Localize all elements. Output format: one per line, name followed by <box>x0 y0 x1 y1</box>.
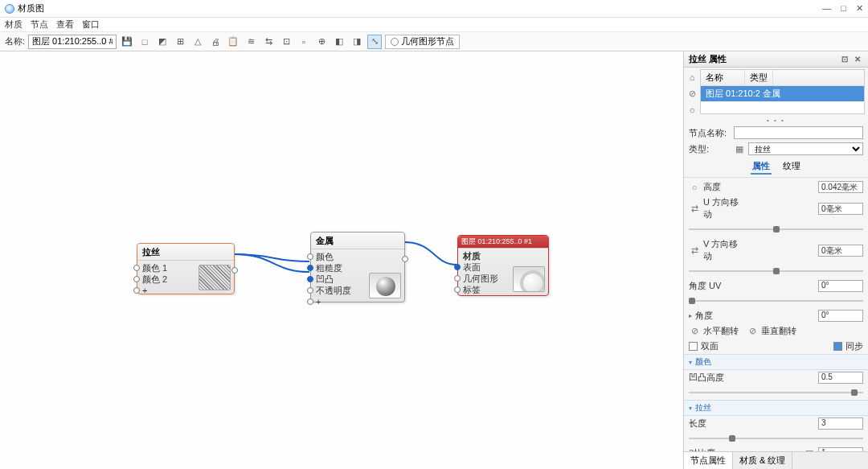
port-in[interactable] <box>307 298 313 305</box>
dface-checkbox[interactable] <box>689 342 698 351</box>
section-lasi[interactable]: 拉丝 <box>684 400 868 416</box>
port-label: 凹凸 <box>316 274 334 286</box>
tab-node-props[interactable]: 节点属性 <box>684 452 733 469</box>
port-in[interactable] <box>307 276 313 282</box>
menu-node[interactable]: 节点 <box>31 19 48 31</box>
minimize-button[interactable]: — <box>822 3 831 14</box>
node-canvas[interactable]: 拉丝 颜色 1 颜色 2 + 金属 颜色 粗糙度 凹凸 不透明度 + <box>0 51 683 469</box>
port-out[interactable] <box>231 267 238 274</box>
port-in[interactable] <box>454 286 461 293</box>
flip-icon[interactable]: ⊘ <box>747 326 758 337</box>
menu-window[interactable]: 窗口 <box>82 19 100 31</box>
tool-btn-5[interactable]: △ <box>190 35 205 49</box>
close-button[interactable]: ✕ <box>856 3 863 14</box>
vmove-value[interactable]: 0毫米 <box>818 245 863 257</box>
lock-icon[interactable]: ○ <box>689 182 700 193</box>
port-label: 标签 <box>463 284 481 296</box>
material-list[interactable]: 名称 类型 图层 01:210:2 金属 <box>700 69 865 114</box>
geometry-node-button[interactable]: 几何图形节点 <box>385 35 460 49</box>
sync-icon[interactable]: ⇄ <box>689 203 700 214</box>
col-type[interactable]: 类型 <box>745 70 773 85</box>
name-input[interactable] <box>28 35 117 49</box>
angle-value[interactable]: 0° <box>818 310 863 322</box>
angleuv-value[interactable]: 0° <box>818 280 863 292</box>
node-title-text: 材质 <box>463 250 481 262</box>
tool-btn-10[interactable]: ⊡ <box>279 35 293 49</box>
port-label: + <box>142 286 147 295</box>
tool-save-icon[interactable]: 💾 <box>120 35 134 49</box>
section-color[interactable]: 颜色 <box>684 354 868 370</box>
angleuv-label: 角度 UV <box>689 280 731 292</box>
menu-material[interactable]: 材质 <box>5 19 23 31</box>
port-in[interactable] <box>133 276 140 282</box>
name-label: 名称: <box>5 35 25 47</box>
tool-btn-12[interactable]: ⊕ <box>314 35 329 49</box>
port-in[interactable] <box>454 264 461 270</box>
properties-scroll[interactable]: ○高度0.042毫米 ⇄U 方向移动0毫米 ⇄V 方向移动0毫米 角度 UV0°… <box>684 178 868 451</box>
length-slider[interactable] <box>689 434 863 443</box>
port-in[interactable] <box>454 275 461 282</box>
umove-value[interactable]: 0毫米 <box>818 203 863 215</box>
type-label: 类型: <box>689 143 731 155</box>
panel-title: 拉丝 属性 <box>689 53 727 65</box>
tool-btn-14[interactable]: ◨ <box>350 35 364 49</box>
sync-icon[interactable]: ⇄ <box>689 245 700 256</box>
side-link-icon[interactable]: ⊘ <box>686 87 698 100</box>
type-picker-icon[interactable]: ▦ <box>734 143 745 154</box>
tool-btn-9[interactable]: ⇆ <box>261 35 276 49</box>
tool-btn-2[interactable]: □ <box>137 35 152 49</box>
panel-close-icon[interactable]: ✕ <box>852 54 863 65</box>
panel-pin-icon[interactable]: ⊡ <box>839 54 850 65</box>
maximize-button[interactable]: □ <box>841 3 846 14</box>
tool-btn-11[interactable]: ▫ <box>297 35 311 49</box>
bump-slider[interactable] <box>689 388 863 397</box>
tool-btn-8[interactable]: ≋ <box>244 35 258 49</box>
tab-properties[interactable]: 属性 <box>751 159 772 175</box>
panel-divider[interactable]: • • • <box>684 116 868 125</box>
node-metal[interactable]: 金属 颜色 粗糙度 凹凸 不透明度 + <box>310 232 405 302</box>
flip-icon[interactable]: ⊘ <box>689 326 700 337</box>
list-row-selected[interactable]: 图层 01:210:2 金属 <box>701 86 864 101</box>
window-title: 材质图 <box>18 2 822 14</box>
port-in[interactable] <box>307 253 313 260</box>
sync-checkbox[interactable] <box>833 342 842 351</box>
node-material[interactable]: 图层 01:210:255..0 #1 材质 表面 几何图形 标签 <box>457 235 549 296</box>
height-label: 高度 <box>703 181 745 193</box>
menu-view[interactable]: 查看 <box>56 19 74 31</box>
tool-btn-7[interactable]: 📋 <box>226 35 240 49</box>
panel-sidebar: ⌂ ⊘ ☼ <box>684 68 700 116</box>
toolbar: 名称: 💾 □ ◩ ⊞ △ 🖨 📋 ≋ ⇆ ⊡ ▫ ⊕ ◧ ◨ ⤡ 几何图形节点 <box>0 32 868 51</box>
tool-btn-4[interactable]: ⊞ <box>173 35 187 49</box>
dface-label: 双面 <box>701 340 719 352</box>
umove-slider[interactable] <box>689 224 863 234</box>
port-in[interactable] <box>307 265 313 271</box>
port-in[interactable] <box>133 287 140 294</box>
node-title: 金属 <box>311 232 404 249</box>
type-select[interactable]: 拉丝 <box>748 142 863 155</box>
title-bar: 材质图 — □ ✕ <box>0 0 868 18</box>
vmove-slider[interactable] <box>689 266 863 276</box>
node-name-input[interactable] <box>734 126 863 139</box>
side-light-icon[interactable]: ☼ <box>686 103 698 116</box>
port-out[interactable] <box>402 256 408 262</box>
tab-mat-tex[interactable]: 材质 & 纹理 <box>733 452 792 469</box>
tool-btn-3[interactable]: ◩ <box>155 35 170 49</box>
height-value[interactable]: 0.042毫米 <box>818 181 863 193</box>
port-label: 不透明度 <box>316 285 351 297</box>
node-lasi[interactable]: 拉丝 颜色 1 颜色 2 + <box>137 243 235 294</box>
bump-value[interactable]: 0.5 <box>818 372 863 384</box>
tool-btn-6[interactable]: 🖨 <box>208 35 223 49</box>
hflip-label: 水平翻转 <box>703 325 739 337</box>
tool-btn-active[interactable]: ⤡ <box>367 35 382 49</box>
port-in[interactable] <box>307 287 313 294</box>
tab-texture[interactable]: 纹理 <box>781 159 802 175</box>
port-label: 粗糙度 <box>316 262 342 274</box>
col-name[interactable]: 名称 <box>701 70 745 85</box>
tool-btn-13[interactable]: ◧ <box>332 35 346 49</box>
port-in[interactable] <box>133 265 140 271</box>
length-value[interactable]: 3 <box>818 418 863 430</box>
panel-bottom-tabs: 节点属性 材质 & 纹理 <box>684 451 868 469</box>
side-home-icon[interactable]: ⌂ <box>686 71 698 84</box>
angleuv-slider[interactable] <box>689 296 863 306</box>
node-thumbnail <box>513 266 545 292</box>
